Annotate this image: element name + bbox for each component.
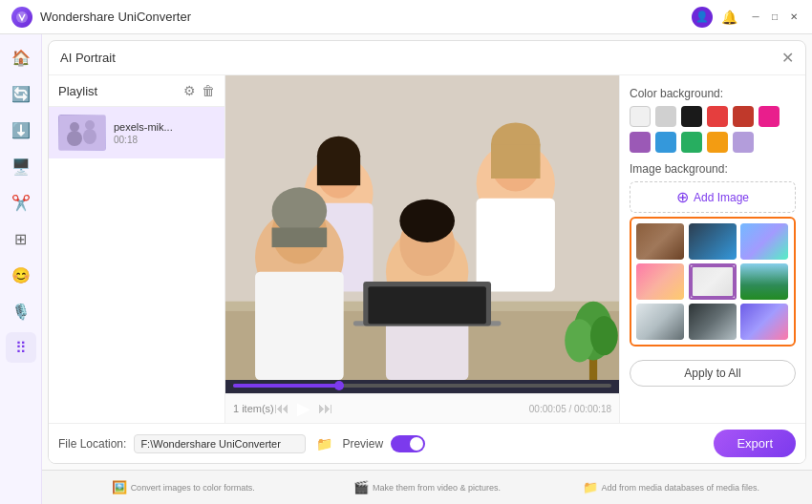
color-bg-label: Color background: bbox=[630, 87, 796, 100]
sidebar-face[interactable]: 😊 bbox=[6, 260, 36, 290]
swatch-orange[interactable] bbox=[707, 132, 728, 153]
timeline[interactable] bbox=[233, 384, 611, 388]
image-bg-section: Image background: ⊕ Add Image bbox=[630, 162, 796, 346]
svg-rect-1 bbox=[59, 116, 105, 150]
apply-to-all-button[interactable]: Apply to All bbox=[630, 360, 796, 387]
window-controls: ─ □ ✕ bbox=[749, 10, 801, 24]
img-thumb-5[interactable] bbox=[689, 263, 737, 300]
svg-rect-16 bbox=[477, 199, 555, 292]
bell-icon[interactable]: 🔔 bbox=[718, 7, 739, 28]
svg-rect-21 bbox=[255, 272, 344, 380]
swatch-white[interactable] bbox=[630, 106, 651, 127]
sidebar-download[interactable]: ⬇️ bbox=[6, 115, 36, 145]
swatch-purple[interactable] bbox=[630, 132, 651, 153]
bottom-icon-2: 🎬 bbox=[353, 480, 369, 494]
svg-point-33 bbox=[565, 319, 594, 362]
bottom-item-1: 🖼️ Convert images to color formats. bbox=[61, 480, 305, 494]
sidebar: 🏠 🔄 ⬇️ 🖥️ ✂️ ⊞ 😊 🎙️ ⠿ bbox=[0, 34, 42, 504]
file-bar: File Location: F:\Wondershare UniConvert… bbox=[49, 423, 805, 463]
image-grid bbox=[630, 217, 796, 346]
swatch-lavender[interactable] bbox=[733, 132, 754, 153]
file-path-display: F:\Wondershare UniConverter bbox=[134, 434, 306, 453]
playlist-item-info: pexels-mik... 00:18 bbox=[114, 121, 215, 145]
sidebar-home[interactable]: 🏠 bbox=[6, 42, 36, 73]
img-thumb-4[interactable] bbox=[636, 263, 684, 300]
minimize-button[interactable]: ─ bbox=[749, 10, 762, 24]
maximize-button[interactable]: □ bbox=[768, 10, 781, 24]
img-thumb-8[interactable] bbox=[689, 304, 737, 340]
sidebar-screen[interactable]: 🖥️ bbox=[6, 151, 36, 181]
playlist-item-name: pexels-mik... bbox=[114, 121, 215, 133]
swatch-light-gray[interactable] bbox=[655, 106, 676, 127]
add-icon: ⊕ bbox=[676, 188, 689, 206]
video-preview bbox=[225, 75, 619, 380]
preview-toggle[interactable] bbox=[391, 435, 425, 452]
time-display: 00:00:05 / 00:00:18 bbox=[529, 404, 611, 414]
playlist-title: Playlist bbox=[58, 84, 97, 98]
video-controls bbox=[225, 380, 619, 393]
bottom-icon-3: 📁 bbox=[583, 480, 598, 494]
app-title: Wondershare UniConverter bbox=[40, 10, 692, 24]
swatch-pink[interactable] bbox=[759, 106, 780, 127]
right-panel: Color background: bbox=[619, 75, 805, 423]
sidebar-record[interactable]: 🎙️ bbox=[6, 296, 36, 326]
svg-point-5 bbox=[83, 129, 96, 144]
img-thumb-9[interactable] bbox=[740, 304, 788, 340]
main-content: AI Portrait ✕ Playlist ⚙ 🗑 bbox=[42, 34, 812, 504]
add-image-button[interactable]: ⊕ Add Image bbox=[630, 181, 796, 213]
next-button[interactable]: ⏭ bbox=[318, 400, 333, 417]
timeline-thumb[interactable] bbox=[334, 381, 344, 390]
playlist-header: Playlist ⚙ 🗑 bbox=[49, 75, 224, 107]
bottom-text-2: Make them from video & pictures. bbox=[373, 483, 501, 493]
panel-header: AI Portrait ✕ bbox=[49, 41, 805, 75]
color-swatches bbox=[630, 106, 796, 153]
playlist-settings-icon[interactable]: ⚙ bbox=[183, 83, 196, 98]
panel-close-button[interactable]: ✕ bbox=[781, 49, 794, 67]
playback-controls: ⏮ ▶ ⏭ bbox=[274, 398, 333, 419]
app-logo bbox=[11, 7, 32, 28]
bottom-item-3: 📁 Add from media databases of media file… bbox=[549, 480, 793, 494]
img-thumb-7[interactable] bbox=[636, 304, 684, 340]
playlist-panel: Playlist ⚙ 🗑 bbox=[49, 75, 225, 423]
img-thumb-2[interactable] bbox=[689, 223, 737, 260]
swatch-green[interactable] bbox=[681, 132, 702, 153]
panel-body: Playlist ⚙ 🗑 bbox=[49, 75, 805, 423]
img-thumb-3[interactable] bbox=[740, 223, 788, 260]
playlist-delete-icon[interactable]: 🗑 bbox=[202, 83, 215, 98]
swatch-black[interactable] bbox=[681, 106, 702, 127]
ai-portrait-panel: AI Portrait ✕ Playlist ⚙ 🗑 bbox=[48, 40, 806, 464]
sidebar-grid[interactable]: ⊞ bbox=[6, 223, 36, 254]
bottom-text-1: Convert images to color formats. bbox=[131, 483, 255, 493]
app-body: 🏠 🔄 ⬇️ 🖥️ ✂️ ⊞ 😊 🎙️ ⠿ AI Portrait ✕ Play… bbox=[0, 34, 812, 504]
sidebar-convert[interactable]: 🔄 bbox=[6, 78, 36, 109]
sidebar-scissors[interactable]: ✂️ bbox=[6, 187, 36, 218]
swatch-red[interactable] bbox=[707, 106, 728, 127]
playlist-item[interactable]: pexels-mik... 00:18 bbox=[49, 107, 224, 158]
svg-point-3 bbox=[67, 131, 82, 146]
prev-button[interactable]: ⏮ bbox=[274, 400, 289, 417]
svg-point-22 bbox=[272, 187, 328, 234]
user-icon[interactable]: 👤 bbox=[692, 7, 713, 28]
panel-title: AI Portrait bbox=[60, 51, 116, 65]
svg-rect-30 bbox=[368, 286, 485, 324]
swatch-blue[interactable] bbox=[655, 132, 676, 153]
sidebar-apps[interactable]: ⠿ bbox=[6, 332, 36, 363]
title-bar: Wondershare UniConverter 👤 🔔 ─ □ ✕ bbox=[0, 0, 812, 34]
export-button[interactable]: Export bbox=[714, 430, 796, 457]
play-button[interactable]: ▶ bbox=[297, 398, 310, 419]
bottom-item-2: 🎬 Make them from video & pictures. bbox=[305, 480, 548, 494]
svg-point-4 bbox=[85, 120, 95, 130]
browse-folder-button[interactable]: 📁 bbox=[313, 433, 334, 454]
img-thumb-6[interactable] bbox=[740, 263, 788, 300]
playlist-item-duration: 00:18 bbox=[114, 135, 215, 145]
swatch-dark-red[interactable] bbox=[733, 106, 754, 127]
svg-rect-18 bbox=[491, 144, 540, 178]
playlist-thumb-image bbox=[58, 115, 106, 151]
item-count: 1 item(s) bbox=[233, 401, 274, 416]
playlist-actions: ⚙ 🗑 bbox=[183, 83, 215, 98]
close-button[interactable]: ✕ bbox=[787, 10, 801, 24]
img-thumb-1[interactable] bbox=[636, 223, 684, 260]
video-area: 1 item(s) ⏮ ▶ ⏭ 00:00:05 / 00:00:18 bbox=[225, 75, 619, 423]
playlist-thumbnail bbox=[58, 115, 106, 151]
bottom-text-3: Add from media databases of media files. bbox=[602, 483, 760, 493]
